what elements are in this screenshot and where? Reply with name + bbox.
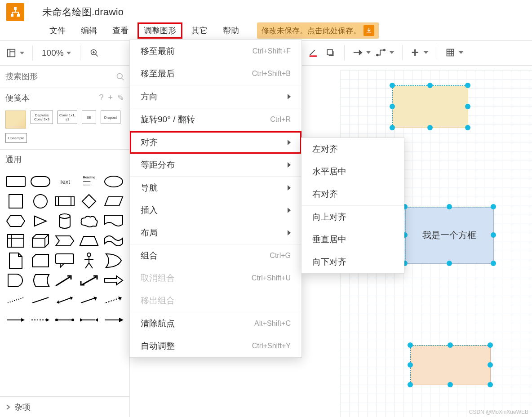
submenu-item[interactable]: 右对齐 <box>301 183 404 205</box>
shape-hexagon[interactable] <box>4 213 27 230</box>
menu-view[interactable]: 查看 <box>106 22 135 39</box>
resize-handle[interactable] <box>447 261 452 266</box>
shape-diamond[interactable] <box>78 193 100 210</box>
misc-section[interactable]: 杂项 <box>0 397 129 417</box>
shape-or[interactable] <box>102 252 125 269</box>
menu-item[interactable]: 插入 <box>130 199 301 222</box>
zoom-dropdown[interactable]: 100% <box>39 48 74 58</box>
shape-text[interactable]: Text <box>53 173 76 190</box>
shape-triangle[interactable] <box>29 213 51 230</box>
submenu-item[interactable]: 向上对齐 <box>301 206 404 228</box>
shape-line[interactable] <box>29 292 51 309</box>
shape-actor[interactable] <box>78 252 100 269</box>
selected-shape[interactable] <box>410 345 490 385</box>
search-input[interactable] <box>4 69 116 84</box>
shape-card[interactable] <box>29 252 51 269</box>
shadow-button[interactable] <box>323 45 338 60</box>
resize-handle[interactable] <box>447 204 452 209</box>
menu-item[interactable]: 移至最后Ctrl+Shift+B <box>130 62 301 85</box>
shape-internal-storage[interactable] <box>4 232 27 249</box>
scratchpad-item[interactable]: SE <box>82 111 96 124</box>
shape-connector-2[interactable] <box>29 311 51 328</box>
shape-dashed-line[interactable] <box>4 292 27 309</box>
shape-connector-3[interactable] <box>53 311 76 328</box>
shape-parallelogram[interactable] <box>102 193 125 210</box>
connection-button[interactable] <box>351 45 372 60</box>
menu-help[interactable]: 帮助 <box>217 22 245 39</box>
shape-rect[interactable] <box>4 173 27 190</box>
shape-arrow-line[interactable] <box>78 292 100 309</box>
resize-handle[interactable] <box>390 125 395 130</box>
shape-heading[interactable]: Heading━━━━━━━━ <box>78 173 100 190</box>
shape-tape[interactable] <box>102 232 125 249</box>
table-button[interactable] <box>443 45 465 60</box>
shape-round-rect[interactable] <box>29 173 51 190</box>
submenu-item[interactable]: 向下对齐 <box>301 251 404 273</box>
view-mode-button[interactable] <box>4 45 26 61</box>
shape-cylinder[interactable] <box>53 213 76 230</box>
menu-item[interactable]: 清除航点Alt+Shift+C <box>130 312 301 335</box>
shape-cube[interactable] <box>29 232 51 249</box>
general-title[interactable]: 通用 <box>5 154 22 165</box>
resize-handle[interactable] <box>488 342 493 348</box>
menu-item[interactable]: 旋转90° / 翻转Ctrl+R <box>130 108 301 131</box>
menu-item[interactable]: 等距分布 <box>130 154 301 176</box>
shape-arrow-outline[interactable] <box>102 272 125 289</box>
resize-handle[interactable] <box>491 204 496 209</box>
shape-bidi-line[interactable] <box>53 292 76 309</box>
resize-handle[interactable] <box>491 232 496 238</box>
resize-handle[interactable] <box>465 104 470 109</box>
add-icon[interactable]: + <box>108 93 113 103</box>
scratchpad-item[interactable]: Depwise Conv 3x3 <box>31 111 53 124</box>
menu-item[interactable]: 移至最前Ctrl+Shift+F <box>130 40 301 62</box>
resize-handle[interactable] <box>448 382 453 387</box>
submenu-item[interactable]: 左对齐 <box>301 138 404 160</box>
menu-file[interactable]: 文件 <box>43 22 72 39</box>
resize-handle[interactable] <box>491 261 496 266</box>
resize-handle[interactable] <box>465 125 470 130</box>
shape-data-storage[interactable] <box>29 272 51 289</box>
shape-ellipse[interactable] <box>102 173 125 190</box>
help-icon[interactable]: ? <box>99 93 103 103</box>
shape-connector-5[interactable] <box>102 311 125 328</box>
zoom-in-button[interactable] <box>87 45 102 61</box>
resize-handle[interactable] <box>427 125 433 130</box>
menu-item[interactable]: 导航 <box>130 177 301 199</box>
insert-button[interactable]: + <box>409 45 430 60</box>
shape-trapezoid[interactable] <box>78 232 100 249</box>
submenu-item[interactable]: 垂直居中 <box>301 228 404 251</box>
scratchpad-item[interactable] <box>5 111 26 129</box>
resize-handle[interactable] <box>488 382 493 387</box>
menu-item[interactable]: 方向 <box>130 85 301 108</box>
shape-step[interactable] <box>53 232 76 249</box>
submenu-item[interactable]: 水平居中 <box>301 160 404 183</box>
menu-item[interactable]: 组合Ctrl+G <box>130 244 301 267</box>
shape-connector-4[interactable] <box>78 311 100 328</box>
scratchpad-item[interactable]: Dropout <box>101 111 120 124</box>
shape-connector-1[interactable] <box>4 311 27 328</box>
shape-note[interactable] <box>4 252 27 269</box>
scratchpad-item[interactable]: Upsample <box>5 133 27 143</box>
shape-process[interactable] <box>53 193 76 210</box>
search-icon[interactable] <box>116 72 125 81</box>
resize-handle[interactable] <box>488 362 493 368</box>
menu-edit[interactable]: 编辑 <box>75 22 103 39</box>
menu-item[interactable]: 布局 <box>130 222 301 244</box>
selected-shape[interactable]: 我是一个方框 <box>405 207 493 263</box>
resize-handle[interactable] <box>390 83 395 88</box>
edit-icon[interactable]: ✎ <box>117 93 124 103</box>
shape-arrow-thick[interactable] <box>53 272 76 289</box>
menu-extras[interactable]: 其它 <box>185 22 214 39</box>
resize-handle[interactable] <box>390 104 395 109</box>
shape-and[interactable] <box>4 272 27 289</box>
document-title[interactable]: 未命名绘图.drawio <box>42 5 124 19</box>
menu-item[interactable]: 自动调整Ctrl+Shift+Y <box>130 335 301 357</box>
shape-square[interactable] <box>4 193 27 210</box>
resize-handle[interactable] <box>408 342 413 348</box>
shape-dashed-arrow[interactable] <box>102 292 125 309</box>
line-color-button[interactable] <box>306 45 321 60</box>
shape-callout[interactable] <box>53 252 76 269</box>
menu-item[interactable]: 对齐 <box>130 131 301 154</box>
resize-handle[interactable] <box>465 83 470 88</box>
resize-handle[interactable] <box>427 83 433 88</box>
